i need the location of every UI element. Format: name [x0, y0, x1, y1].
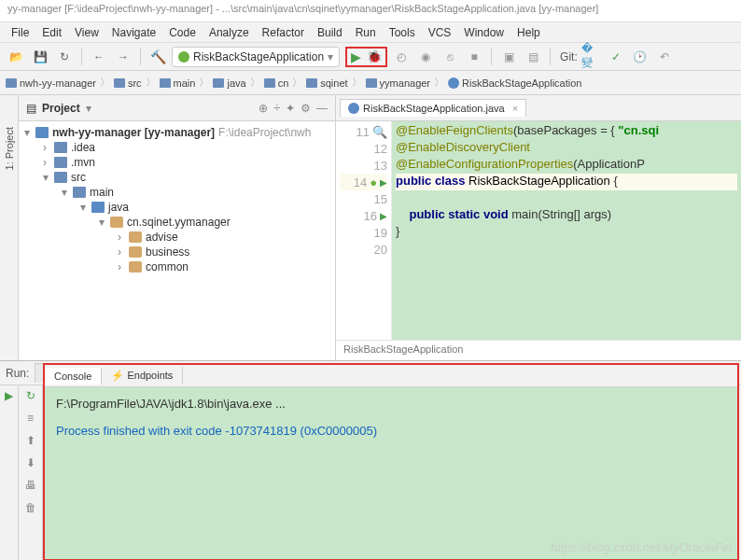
- chevron-down-icon: ▾: [328, 50, 333, 63]
- run-tool-window: Run: RiskBackStageApplication × ▶ ↻ ≡ ⬆ …: [0, 360, 741, 560]
- forward-icon[interactable]: →: [113, 47, 133, 67]
- run-label: Run:: [6, 367, 29, 380]
- class-icon: [348, 103, 359, 114]
- bc-cn[interactable]: cn: [264, 77, 289, 89]
- git-history-icon[interactable]: 🕑: [630, 47, 650, 67]
- profile-icon[interactable]: ◉: [415, 47, 436, 67]
- menu-refactor[interactable]: Refactor: [257, 24, 310, 41]
- git-label: Git:: [560, 50, 578, 63]
- project-tool-button[interactable]: 1: Project: [4, 123, 15, 174]
- git-update-icon[interactable]: �變: [581, 47, 602, 67]
- expand-icon[interactable]: ✦: [286, 102, 295, 115]
- print-icon[interactable]: 🖶: [25, 479, 36, 492]
- menu-analyze[interactable]: Analyze: [203, 24, 255, 41]
- console-line: F:\ProgramFile\JAVA\jdk1.8\bin\java.exe …: [56, 397, 726, 411]
- project-view-icon: ▤: [26, 102, 36, 115]
- editor-tab[interactable]: RiskBackStageApplication.java ×: [340, 99, 526, 117]
- rerun-icon[interactable]: ▶: [5, 389, 13, 402]
- spring-icon: [178, 51, 189, 63]
- chevron-down-icon[interactable]: ▾: [86, 102, 91, 115]
- bc-yymanager[interactable]: yymanager: [366, 77, 430, 89]
- run-left-actions-2: ↻ ≡ ⬆ ⬇ 🖶 🗑: [19, 385, 43, 560]
- target-icon[interactable]: ⊕: [259, 102, 268, 115]
- console-tabs: Console ⚡ Endpoints: [45, 365, 737, 387]
- project-header: ▤ Project ▾ ⊕ ÷ ✦ ⚙ —: [19, 95, 335, 121]
- run-button[interactable]: ▶: [351, 49, 361, 64]
- save-icon[interactable]: 💾: [30, 47, 50, 67]
- console-output[interactable]: F:\ProgramFile\JAVA\jdk1.8\bin\java.exe …: [45, 387, 737, 559]
- watermark: https://blog.csdn.net/MyOracleFei: [551, 540, 732, 554]
- editor-tab-label: RiskBackStageApplication.java: [363, 103, 505, 114]
- bc-main[interactable]: main: [160, 77, 196, 89]
- title-bar: yy-manager [F:\ideaProject\nwh-yy-manage…: [0, 0, 741, 22]
- editor-panel: RiskBackStageApplication.java × 11 🔍 12 …: [336, 95, 741, 360]
- console-tab[interactable]: Console: [45, 368, 102, 385]
- hide-icon[interactable]: —: [316, 102, 328, 115]
- trash-icon[interactable]: 🗑: [25, 501, 36, 514]
- project-title[interactable]: Project: [42, 102, 80, 115]
- run-actions-highlight: ▶ 🐞: [345, 47, 387, 67]
- build-icon[interactable]: 🔨: [147, 47, 168, 67]
- nav-breadcrumb: nwh-yy-manager 〉 src 〉 main 〉 java 〉 cn …: [0, 71, 741, 95]
- close-tab-icon[interactable]: ×: [512, 103, 518, 114]
- run-left-actions: ▶: [0, 385, 19, 560]
- debug-button[interactable]: 🐞: [367, 49, 382, 63]
- bc-class[interactable]: RiskBackStageApplication: [448, 77, 581, 89]
- gear-icon[interactable]: ⚙: [301, 102, 311, 115]
- git-commit-icon[interactable]: ✓: [606, 47, 626, 67]
- up-icon[interactable]: ⬆: [26, 434, 35, 447]
- rerun-button[interactable]: ↻: [26, 389, 35, 402]
- layout2-icon[interactable]: ▤: [523, 47, 543, 67]
- coverage-icon[interactable]: ◴: [391, 47, 412, 67]
- layout-icon[interactable]: ▣: [498, 47, 519, 67]
- bc-root[interactable]: nwh-yy-manager: [6, 77, 96, 89]
- menu-vcs[interactable]: VCS: [423, 24, 457, 41]
- console-exit-line: Process finished with exit code -1073741…: [56, 424, 726, 438]
- menu-navigate[interactable]: Navigate: [106, 24, 161, 41]
- code-lines[interactable]: @EnableFeignClients(basePackages = { "cn…: [392, 121, 741, 340]
- attach-icon[interactable]: ⎋: [440, 47, 460, 67]
- bc-sqinet[interactable]: sqinet: [306, 77, 347, 89]
- endpoints-tab[interactable]: ⚡ Endpoints: [102, 367, 183, 385]
- run-config-selector[interactable]: RiskBackStageApplication ▾: [172, 47, 340, 67]
- menu-edit[interactable]: Edit: [36, 24, 67, 41]
- editor-tabs: RiskBackStageApplication.java ×: [336, 95, 741, 121]
- bc-java[interactable]: java: [213, 77, 245, 89]
- menu-file[interactable]: File: [6, 24, 35, 41]
- project-tree[interactable]: ▾nwh-yy-manager [yy-manager]F:\ideaProje…: [19, 121, 335, 360]
- menu-view[interactable]: View: [69, 24, 105, 41]
- refresh-icon[interactable]: ↻: [54, 47, 75, 67]
- editor-breadcrumb[interactable]: RiskBackStageApplication: [336, 340, 741, 360]
- menu-window[interactable]: Window: [458, 24, 510, 41]
- open-icon[interactable]: 📂: [6, 47, 26, 67]
- project-panel: ▤ Project ▾ ⊕ ÷ ✦ ⚙ — ▾nwh-yy-manager [y…: [19, 95, 336, 360]
- bc-src[interactable]: src: [114, 77, 142, 89]
- stop-icon[interactable]: ■: [464, 47, 484, 67]
- left-stripe: 1: Project: [0, 95, 19, 360]
- line-gutter: 11 🔍 12 13 14 ● ▶ 15 16 ▶ 19 20: [336, 121, 392, 340]
- menu-run[interactable]: Run: [350, 24, 382, 41]
- menu-build[interactable]: Build: [312, 24, 348, 41]
- stop-button[interactable]: ≡: [27, 412, 34, 425]
- run-config-name: RiskBackStageApplication: [193, 50, 324, 63]
- collapse-icon[interactable]: ÷: [273, 102, 280, 115]
- down-icon[interactable]: ⬇: [26, 456, 35, 469]
- main-toolbar: 📂 💾 ↻ ← → 🔨 RiskBackStageApplication ▾ ▶…: [0, 43, 741, 71]
- back-icon[interactable]: ←: [89, 47, 109, 67]
- menu-bar: File Edit View Navigate Code Analyze Ref…: [0, 22, 741, 43]
- git-revert-icon[interactable]: ↶: [654, 47, 675, 67]
- menu-help[interactable]: Help: [511, 24, 546, 41]
- menu-code[interactable]: Code: [163, 24, 202, 41]
- menu-tools[interactable]: Tools: [384, 24, 421, 41]
- console-highlight-box: Console ⚡ Endpoints F:\ProgramFile\JAVA\…: [43, 363, 739, 560]
- code-editor[interactable]: 11 🔍 12 13 14 ● ▶ 15 16 ▶ 19 20 @EnableF…: [336, 121, 741, 340]
